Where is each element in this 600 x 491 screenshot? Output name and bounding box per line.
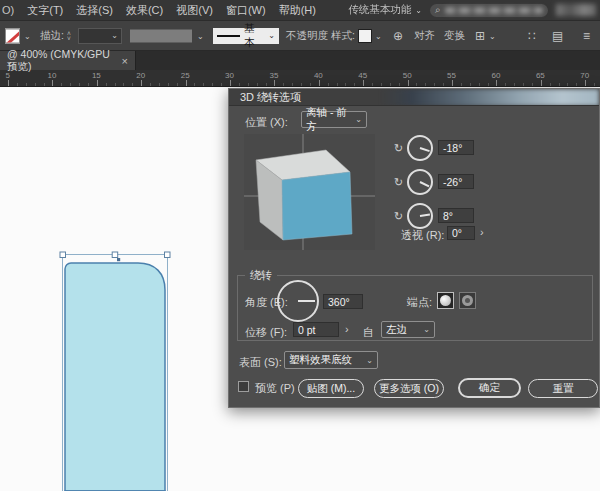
- brush-definition-select[interactable]: 基本 ⌄: [213, 28, 279, 44]
- chevron-down-icon: ⌄: [366, 356, 373, 365]
- rotate-y-dial[interactable]: [407, 169, 433, 195]
- ruler-tick-minor: [26, 83, 27, 86]
- ruler-tick-minor: [115, 83, 116, 86]
- style-swatch[interactable]: [358, 29, 372, 43]
- selected-shape[interactable]: [55, 247, 185, 491]
- cap-hollow-button[interactable]: [459, 292, 476, 309]
- reset-button[interactable]: 重置: [528, 379, 598, 398]
- ruler-tick-minor: [532, 83, 533, 86]
- style-chevron-icon[interactable]: ⌄: [375, 31, 382, 40]
- track-cube-panel[interactable]: [244, 134, 375, 250]
- dialog-title-bar[interactable]: 3D 绕转选项: [229, 89, 599, 106]
- ruler-tick-minor: [221, 83, 222, 86]
- stroke-weight-select[interactable]: ⌄: [78, 28, 122, 44]
- dial-hand: [298, 300, 315, 302]
- angle-dial[interactable]: [277, 280, 319, 322]
- position-select[interactable]: 离轴 - 前方 ⌄: [301, 111, 367, 128]
- menu-item-effect[interactable]: 效果(C): [126, 3, 163, 18]
- ruler-tick-minor: [44, 83, 45, 86]
- ruler-tick-minor: [523, 83, 524, 86]
- track-cube[interactable]: [244, 134, 375, 250]
- handle-top-center[interactable]: [112, 252, 118, 258]
- recolor-artwork-icon[interactable]: ⊕: [393, 29, 403, 43]
- map-art-button[interactable]: 贴图 (M)...: [298, 379, 364, 398]
- ruler-tick-minor: [470, 83, 471, 86]
- chevron-down-icon: ⌄: [355, 115, 362, 124]
- close-icon[interactable]: ×: [122, 55, 128, 67]
- more-options-button[interactable]: 更多选项 (O): [374, 379, 444, 398]
- ruler-tick-minor: [416, 83, 417, 86]
- menu-bar: O) 文字(T) 选择(S) 效果(C) 视图(V) 窗口(W) 帮助(H) 传…: [0, 0, 600, 20]
- stroke-weight-stepper[interactable]: ˄ ˅: [67, 31, 71, 41]
- menu-item-type[interactable]: 文字(T): [27, 3, 63, 18]
- search-input[interactable]: ⌕: [430, 4, 548, 17]
- rotate-z-input[interactable]: 8°: [438, 208, 474, 223]
- rotate-x-dial[interactable]: [407, 135, 433, 161]
- width-profile-chevron-icon[interactable]: ⌄: [197, 31, 204, 40]
- preview-checkbox[interactable]: [238, 381, 249, 392]
- chevron-down-icon: ⌄: [111, 31, 118, 40]
- arrange-documents-icon[interactable]: ∷: [528, 29, 536, 43]
- ruler-tick-minor: [194, 83, 195, 86]
- width-profile-select[interactable]: [130, 29, 192, 42]
- offset-value: 0 pt: [298, 324, 316, 336]
- dial-hand: [420, 214, 430, 217]
- ruler-tick-minor: [310, 83, 311, 86]
- ok-button[interactable]: 确定: [458, 378, 521, 398]
- document-tab[interactable]: @ 400% (CMYK/GPU 预览) ×: [0, 51, 136, 70]
- rotate-x-input[interactable]: -18°: [438, 140, 474, 155]
- opacity-label[interactable]: 不透明度: [286, 29, 328, 43]
- angle-input[interactable]: 360°: [323, 294, 363, 309]
- rotate-z-dial[interactable]: [407, 203, 433, 229]
- cap-solid-icon: [440, 295, 451, 306]
- cap-label: 端点:: [407, 295, 432, 310]
- menu-item-select[interactable]: 选择(S): [76, 3, 113, 18]
- offset-input[interactable]: 0 pt: [293, 322, 339, 337]
- ruler-tick-minor: [88, 83, 89, 86]
- document-tab-title: @ 400% (CMYK/GPU 预览): [7, 48, 114, 74]
- align-button[interactable]: 对齐: [414, 29, 435, 43]
- cap-solid-button[interactable]: [437, 292, 454, 309]
- surface-select[interactable]: 塑料效果底纹 ⌄: [284, 351, 378, 369]
- menu-item-view[interactable]: 视图(V): [176, 3, 213, 18]
- ruler-tick-label: 40: [314, 71, 323, 80]
- fill-none-swatch[interactable]: [5, 28, 20, 43]
- chevron-down-icon: ⌄: [423, 325, 430, 334]
- offset-slider-icon[interactable]: ›: [345, 323, 349, 335]
- menu-item-clipped[interactable]: O): [2, 4, 14, 16]
- ruler-tick-major: [541, 80, 542, 86]
- offset-from-select[interactable]: 左边 ⌄: [381, 321, 435, 338]
- workspace-switcher[interactable]: 传统基本功能 ⌄: [348, 3, 422, 17]
- menu-item-window[interactable]: 窗口(W): [226, 3, 266, 18]
- fill-chevron-icon[interactable]: ⌄: [24, 31, 31, 40]
- menu-item-help[interactable]: 帮助(H): [279, 3, 316, 18]
- ruler-tick-minor: [292, 83, 293, 86]
- position-label: 位置 (X):: [245, 115, 288, 130]
- surface-value: 塑料效果底纹: [289, 353, 352, 367]
- ruler-tick-minor: [106, 83, 107, 86]
- ruler-tick-minor: [301, 83, 302, 86]
- chevron-down-icon: ⌄: [415, 6, 422, 15]
- preview-label: 预览 (P): [255, 381, 295, 396]
- ruler-tick-major: [186, 80, 187, 86]
- rotate-y-input[interactable]: -26°: [438, 174, 474, 189]
- handle-top-right[interactable]: [165, 252, 171, 258]
- rotate-z-value: 8°: [443, 210, 453, 222]
- ruler-tick-major: [274, 80, 275, 86]
- options-menu-icon[interactable]: ≡: [583, 29, 590, 43]
- handle-top-left[interactable]: [60, 252, 66, 258]
- dialog-title: 3D 绕转选项: [240, 90, 301, 105]
- shape-body-path[interactable]: [65, 263, 165, 491]
- perspective-value: 0°: [452, 227, 462, 239]
- ruler-tick-minor: [248, 83, 249, 86]
- position-value: 离轴 - 前方: [306, 106, 355, 134]
- ruler-tick-label: 45: [358, 71, 367, 80]
- anchor-point[interactable]: [117, 258, 120, 261]
- perspective-input[interactable]: 0°: [447, 226, 475, 240]
- isolate-icon[interactable]: ⊞: [475, 29, 485, 43]
- brush-stroke-preview: [217, 35, 240, 37]
- perspective-slider-icon[interactable]: ›: [480, 226, 484, 238]
- document-layout-icon[interactable]: ▤: [552, 29, 563, 43]
- transform-button[interactable]: 变换: [444, 29, 465, 43]
- isolate-chevron-icon[interactable]: ⌄: [489, 31, 496, 40]
